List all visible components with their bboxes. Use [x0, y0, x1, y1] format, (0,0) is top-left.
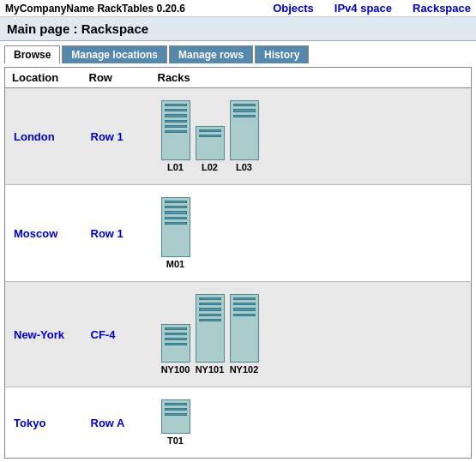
table-row: New-YorkCF-4NY100NY101NY102 [5, 282, 472, 387]
rack-label: L02 [202, 162, 218, 172]
tab-manage-locations[interactable]: Manage locations [62, 45, 167, 63]
rack-item[interactable]: M01 [161, 197, 190, 269]
col-header-location: Location [5, 68, 82, 88]
top-navigation: MyCompanyName RackTables 0.20.6 Objects … [0, 0, 476, 17]
rack-label: NY101 [196, 364, 225, 375]
table-row: LondonRow 1L01L02L03 [5, 88, 472, 185]
table-row: MoscowRow 1M01 [5, 185, 472, 282]
table-body: LondonRow 1L01L02L03MoscowRow 1M01New-Yo… [5, 88, 472, 459]
main-content: Location Row Racks LondonRow 1L01L02L03M… [0, 63, 476, 462]
racks-container: L01L02L03 [160, 95, 463, 177]
rack-visual [196, 294, 225, 363]
cell-racks-0: L01L02L03 [151, 88, 472, 185]
table-row: TokyoRow AT01 [5, 387, 472, 459]
company-name: MyCompanyName [5, 3, 94, 15]
version: 0.20.6 [157, 3, 185, 15]
cell-row-2: CF-4 [82, 282, 151, 387]
cell-racks-2: NY100NY101NY102 [151, 282, 472, 387]
rack-visual [161, 324, 190, 363]
rack-item[interactable]: T01 [161, 399, 190, 446]
racks-container: NY100NY101NY102 [160, 289, 463, 380]
rack-item[interactable]: L01 [161, 100, 190, 172]
app-name: RackTables [97, 3, 154, 15]
cell-racks-1: M01 [151, 185, 472, 282]
rack-item[interactable]: L03 [230, 100, 259, 172]
rack-label: T01 [167, 435, 184, 446]
cell-location-london[interactable]: London [5, 88, 82, 185]
rack-visual [230, 100, 259, 160]
cell-location-tokyo[interactable]: Tokyo [5, 387, 82, 459]
rack-label: NY100 [161, 364, 190, 375]
racks-container: T01 [160, 394, 463, 451]
brand-label: MyCompanyName RackTables 0.20.6 [5, 3, 185, 15]
cell-location-moscow[interactable]: Moscow [5, 185, 82, 282]
rack-label: M01 [166, 259, 184, 269]
rack-label: L03 [236, 162, 252, 172]
nav-links: Objects IPv4 space Rackspace [273, 2, 471, 15]
table-header-row: Location Row Racks [5, 68, 472, 88]
cell-row-3: Row A [82, 387, 151, 459]
rack-visual [161, 197, 190, 257]
col-header-racks: Racks [151, 68, 472, 88]
tab-manage-rows[interactable]: Manage rows [169, 45, 253, 63]
cell-row-1: Row 1 [82, 185, 151, 282]
cell-row-0: Row 1 [82, 88, 151, 185]
tab-browse[interactable]: Browse [4, 45, 60, 64]
cell-racks-3: T01 [151, 387, 472, 459]
nav-ipv4[interactable]: IPv4 space [334, 2, 392, 15]
rack-label: L01 [167, 162, 184, 172]
rack-item[interactable]: NY100 [161, 324, 190, 375]
tab-bar: BrowseManage locationsManage rowsHistory [0, 41, 476, 63]
page-title: Main page : Rackspace [0, 17, 476, 41]
rack-visual [230, 294, 259, 363]
racks-container: M01 [160, 192, 463, 274]
rack-item[interactable]: NY101 [196, 294, 225, 375]
rack-item[interactable]: L02 [196, 126, 225, 172]
rack-label: NY102 [230, 364, 259, 375]
cell-location-new-york[interactable]: New-York [5, 282, 82, 387]
col-header-row: Row [82, 68, 151, 88]
rack-visual [161, 399, 190, 434]
rack-visual [161, 100, 190, 160]
rack-table: Location Row Racks LondonRow 1L01L02L03M… [4, 67, 472, 459]
rack-visual [196, 126, 225, 160]
tab-history[interactable]: History [255, 45, 309, 63]
nav-rackspace[interactable]: Rackspace [413, 2, 471, 15]
rack-item[interactable]: NY102 [230, 294, 259, 375]
nav-objects[interactable]: Objects [273, 2, 314, 15]
